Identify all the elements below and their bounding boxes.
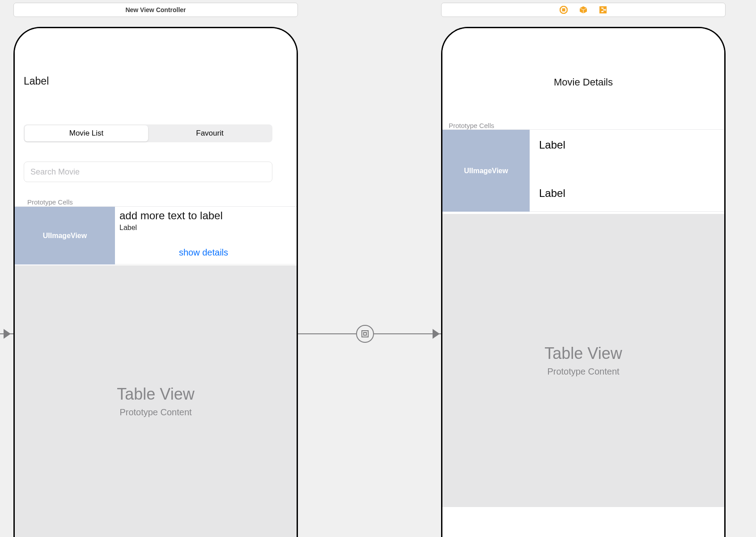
cell-title-label[interactable]: add more text to label (119, 209, 223, 222)
scene-title-left: New View Controller (125, 6, 186, 13)
tableview-title: Table View (544, 344, 622, 363)
square-circle-icon[interactable] (560, 6, 568, 14)
prototype-cells-label: Prototype Cells (27, 198, 73, 206)
screen-right: Movie Details Prototype Cells UIImageVie… (442, 28, 724, 537)
svg-rect-1 (562, 9, 565, 12)
svg-rect-6 (364, 332, 366, 335)
svg-rect-5 (362, 331, 368, 337)
segment-movie-list[interactable]: Movie List (25, 125, 148, 141)
table-cell[interactable]: UIImageView add more text to label Label… (15, 206, 297, 264)
exit-icon[interactable] (599, 6, 607, 14)
screen-left: Label Movie List Favourit Prototype Cell… (15, 28, 297, 537)
prototype-cells-label: Prototype Cells (449, 122, 494, 129)
phone-frame-left: Label Movie List Favourit Prototype Cell… (13, 27, 298, 537)
tableview-subtitle: Prototype Content (119, 407, 191, 418)
page-title-label[interactable]: Label (24, 75, 49, 87)
search-input[interactable] (24, 162, 272, 182)
tableview-placeholder-right[interactable]: Table View Prototype Content (442, 214, 724, 507)
segue-node[interactable] (356, 325, 374, 343)
cell-label-1[interactable]: Label (539, 139, 565, 151)
navbar-title[interactable]: Movie Details (442, 77, 724, 88)
segment-favourit[interactable]: Favourit (148, 125, 272, 141)
segue-incoming-arrowhead (4, 329, 11, 339)
cell-label-2[interactable]: Label (539, 187, 565, 200)
scene-header-left[interactable]: New View Controller (13, 3, 298, 17)
segmented-control[interactable]: Movie List Favourit (24, 124, 272, 142)
cell-subtitle-label[interactable]: Label (119, 224, 137, 232)
show-segue-icon (361, 329, 370, 338)
phone-frame-right: Movie Details Prototype Cells UIImageVie… (441, 27, 726, 537)
uiimageview-placeholder[interactable]: UIImageView (15, 207, 115, 264)
cube-icon[interactable] (579, 6, 587, 14)
scene-header-right[interactable] (441, 3, 726, 17)
uiimageview-placeholder[interactable]: UIImageView (442, 130, 530, 212)
tableview-title: Table View (117, 385, 194, 404)
tableview-placeholder-left[interactable]: Table View Prototype Content (15, 265, 297, 537)
tableview-subtitle: Prototype Content (547, 367, 619, 377)
table-cell[interactable]: UIImageView Label Label (442, 129, 724, 212)
segue-arrowhead (433, 329, 440, 339)
show-details-button[interactable]: show details (119, 247, 288, 258)
